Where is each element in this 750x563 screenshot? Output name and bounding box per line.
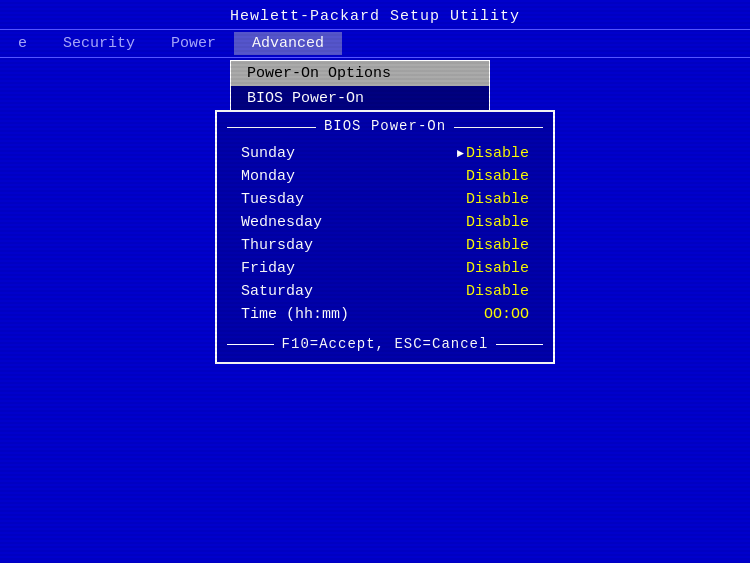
dialog-footer: F10=Accept, ESC=Cancel [217, 336, 553, 352]
day-label: Wednesday [241, 214, 351, 231]
app-title: Hewlett-Packard Setup Utility [230, 8, 520, 25]
day-label: Monday [241, 168, 351, 185]
dropdown-menu: Power-On OptionsBIOS Power-On [230, 60, 490, 112]
dialog-row-timehhmm[interactable]: Time (hh:mm)OO:OO [217, 303, 553, 326]
menu-bar: eSecurityPowerAdvanced [0, 29, 750, 58]
day-value: Disable [466, 214, 529, 231]
day-label: Saturday [241, 283, 351, 300]
day-value: Disable [466, 260, 529, 277]
menu-item-power[interactable]: Power [153, 32, 234, 55]
day-label: Thursday [241, 237, 351, 254]
day-value: Disable [466, 168, 529, 185]
dialog-title: BIOS Power-On [217, 112, 553, 142]
dialog-row-sunday[interactable]: SundayDisable [217, 142, 553, 165]
dropdown-item[interactable]: Power-On Options [231, 61, 489, 86]
dialog-row-monday[interactable]: MondayDisable [217, 165, 553, 188]
dialog-row-wednesday[interactable]: WednesdayDisable [217, 211, 553, 234]
day-label: Tuesday [241, 191, 351, 208]
dialog-rows: SundayDisableMondayDisableTuesdayDisable… [217, 142, 553, 326]
dropdown-item[interactable]: BIOS Power-On [231, 86, 489, 111]
title-bar: Hewlett-Packard Setup Utility [0, 0, 750, 29]
day-value: Disable [466, 237, 529, 254]
day-label: Time (hh:mm) [241, 306, 351, 323]
day-label: Friday [241, 260, 351, 277]
dialog-row-friday[interactable]: FridayDisable [217, 257, 553, 280]
dialog-row-thursday[interactable]: ThursdayDisable [217, 234, 553, 257]
day-value: Disable [466, 283, 529, 300]
menu-item-security[interactable]: Security [45, 32, 153, 55]
menu-item-e[interactable]: e [0, 32, 45, 55]
day-value: Disable [466, 191, 529, 208]
menu-item-advanced[interactable]: Advanced [234, 32, 342, 55]
dialog-row-saturday[interactable]: SaturdayDisable [217, 280, 553, 303]
day-value: Disable [457, 145, 529, 162]
dialog-row-tuesday[interactable]: TuesdayDisable [217, 188, 553, 211]
day-value: OO:OO [484, 306, 529, 323]
day-label: Sunday [241, 145, 351, 162]
bios-power-on-dialog: BIOS Power-On SundayDisableMondayDisable… [215, 110, 555, 364]
